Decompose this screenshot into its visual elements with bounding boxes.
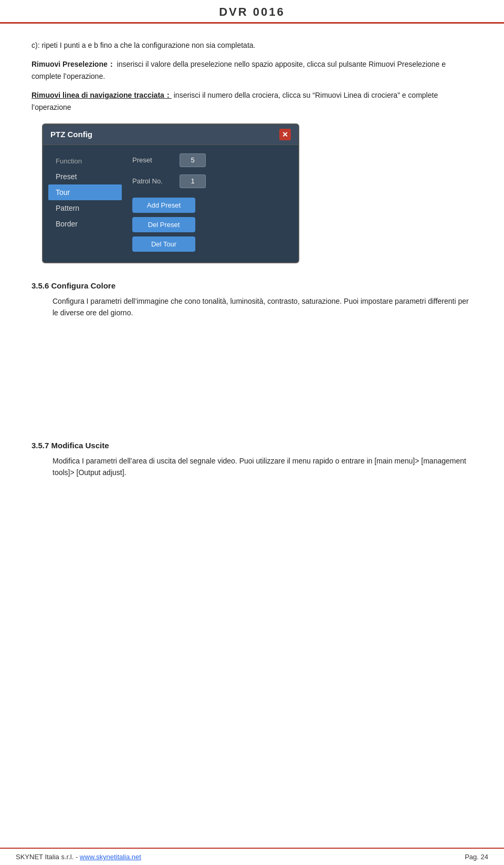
del-tour-button[interactable]: Del Tour — [132, 236, 195, 252]
footer-left: SKYNET Italia s.r.l. - www.skynetitalia.… — [16, 853, 141, 861]
section-356-text1: Configura I parametri dell’immagine che … — [52, 295, 472, 319]
ptz-title-bar: PTZ Config ✕ — [43, 125, 298, 145]
rimuovi-preselezione-label: Rimuovi Preselezione： — [32, 60, 115, 68]
section-357-text1: Modifica I parametri dell’area di uscita… — [52, 455, 472, 479]
ptz-menu-item-border[interactable]: Border — [48, 216, 122, 232]
preset-input[interactable] — [180, 153, 206, 167]
del-preset-button[interactable]: Del Preset — [132, 217, 195, 232]
spacer-1 — [32, 326, 472, 431]
patrol-no-field-row: Patrol No. — [132, 174, 293, 188]
section-357-heading: 3.5.7 Modifica Uscite — [32, 441, 472, 450]
ptz-menu-item-tour[interactable]: Tour — [48, 184, 122, 200]
section-357-text1-span: Modifica I parametri dell’area di uscita… — [52, 457, 237, 465]
page-header: DVR 0016 — [0, 0, 504, 24]
rimuovi-preselezione-paragraph: Rimuovi Preselezione： inserisci il valor… — [32, 58, 472, 82]
ptz-body: Function Preset Tour Pattern Border Pres… — [43, 145, 298, 262]
footer-page: Pag. 24 — [465, 853, 488, 861]
ptz-menu-item-function: Function — [48, 153, 122, 169]
section-356-heading: 3.5.6 Configura Colore — [32, 281, 472, 290]
ptz-menu-item-preset[interactable]: Preset — [48, 169, 122, 184]
ptz-title: PTZ Config — [50, 130, 92, 139]
ptz-dialog: PTZ Config ✕ Function Preset Tour Patter… — [42, 123, 299, 263]
ptz-buttons-col: Add Preset Del Preset Del Tour — [132, 198, 293, 252]
intro-text: c): ripeti I punti a e b fino a che la c… — [32, 41, 255, 49]
page-footer: SKYNET Italia s.r.l. - www.skynetitalia.… — [0, 848, 504, 865]
ptz-close-button[interactable]: ✕ — [279, 129, 291, 140]
ptz-menu-item-pattern[interactable]: Pattern — [48, 200, 122, 216]
header-title: DVR 0016 — [219, 5, 285, 18]
footer-company: SKYNET Italia s.r.l. - — [16, 853, 80, 861]
patrol-no-input[interactable] — [180, 174, 206, 188]
preset-field-row: Preset — [132, 153, 293, 167]
ptz-dialog-wrapper: PTZ Config ✕ Function Preset Tour Patter… — [42, 123, 472, 265]
add-preset-button[interactable]: Add Preset — [132, 198, 195, 213]
preset-label: Preset — [132, 156, 174, 164]
patrol-no-label: Patrol No. — [132, 177, 174, 185]
rimuovi-linea-label: Rimuovi linea di navigazione tracciata： — [32, 91, 172, 99]
section-356-text1-span: Configura I parametri dell’immagine che … — [52, 297, 342, 305]
main-content: c): ripeti I punti a e b fino a che la c… — [0, 24, 504, 497]
ptz-menu: Function Preset Tour Pattern Border — [48, 153, 122, 252]
rimuovi-linea-paragraph: Rimuovi linea di navigazione tracciata： … — [32, 89, 472, 113]
footer-link[interactable]: www.skynetitalia.net — [80, 853, 141, 861]
ptz-right-panel: Preset Patrol No. Add Preset Del Preset … — [127, 153, 293, 252]
intro-paragraph: c): ripeti I punti a e b fino a che la c… — [32, 39, 472, 51]
